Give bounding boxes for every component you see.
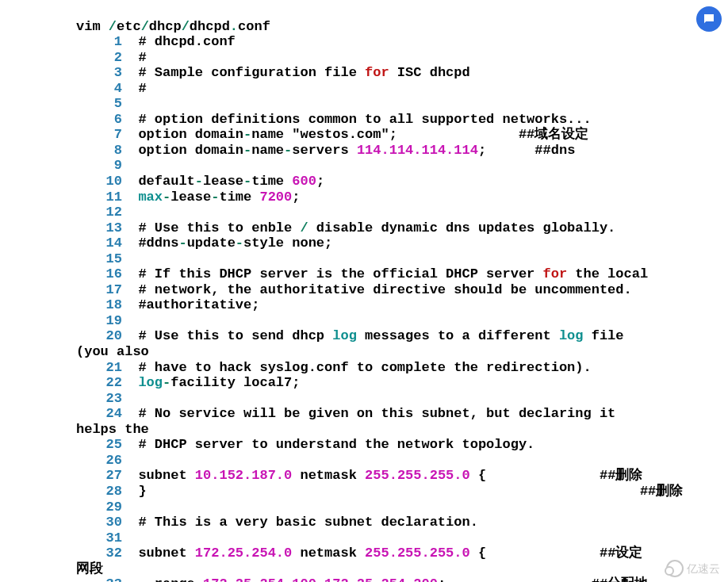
line-number: 6	[76, 112, 122, 128]
code-line: # Sample configuration file for ISC dhcp…	[138, 65, 469, 80]
code-line: # This is a very basic subnet declaratio…	[138, 515, 477, 530]
line-number: 5	[76, 96, 122, 112]
line-number: 19	[76, 313, 122, 329]
line-number: 29	[76, 500, 122, 515]
code-line: log-facility local7;	[138, 375, 300, 390]
line-number: 24	[76, 406, 122, 422]
line-number: 4	[76, 81, 122, 97]
line-number: 28	[76, 484, 122, 500]
code-line: # Use this to enble / disable dynamic dn…	[138, 220, 615, 235]
line-number: 16	[76, 266, 122, 282]
code-line: max-lease-time 7200;	[138, 190, 300, 205]
code-line: # network, the authoritative directive s…	[138, 282, 631, 297]
watermark-text: 亿速云	[687, 562, 720, 575]
code-line: # Use this to send dhcp log messages to …	[138, 328, 623, 343]
code-line: subnet 10.152.187.0 netmask 255.255.255.…	[138, 468, 642, 483]
code-line: #authoritative;	[138, 297, 259, 312]
code-line: #	[138, 81, 146, 96]
line-number: 11	[76, 190, 122, 205]
line-number: 33	[76, 576, 122, 582]
line-number: 14	[76, 235, 122, 251]
code-line: default-lease-time 600;	[138, 174, 324, 189]
line-number: 12	[76, 205, 122, 220]
code-line: option domain-name "westos.com"; ##域名设定	[138, 127, 588, 142]
line-number: 7	[76, 127, 122, 143]
line-number: 27	[76, 468, 122, 484]
code-line: # If this DHCP server is the official DH…	[138, 266, 648, 281]
code-block: vim /etc/dhcp/dhcpd.conf 1 # dhcpd.conf …	[0, 0, 728, 582]
code-line: # DHCP server to understand the network …	[138, 437, 535, 452]
line-number: 21	[76, 360, 122, 376]
code-line: subnet 172.25.254.0 netmask 255.255.255.…	[138, 546, 642, 561]
code-wrap: (you also	[76, 344, 149, 359]
code-wrap: 网段	[76, 561, 103, 576]
code-line: #ddns-update-style none;	[138, 235, 332, 251]
cloud-icon	[666, 560, 684, 577]
line-number: 8	[76, 143, 122, 159]
code-line: } ##删除	[138, 484, 683, 499]
code-line: option domain-name-servers 114.114.114.1…	[138, 143, 575, 158]
chat-icon[interactable]	[696, 6, 722, 32]
line-number: 22	[76, 375, 122, 391]
code-line: range 172.25.254.100 172.25.254.200; ##分…	[138, 576, 648, 582]
code-wrap: helps the	[76, 422, 149, 437]
line-number: 3	[76, 65, 122, 81]
line-number: 30	[76, 515, 122, 530]
command-line: vim /etc/dhcp/dhcpd.conf	[76, 19, 270, 34]
line-number: 18	[76, 297, 122, 313]
watermark: 亿速云	[666, 560, 720, 577]
line-number: 9	[76, 158, 122, 174]
line-number: 23	[76, 391, 122, 407]
code-line: #	[138, 50, 146, 65]
code-line: # have to hack syslog.conf to complete t…	[138, 360, 591, 375]
line-number: 2	[76, 50, 122, 66]
line-number: 20	[76, 328, 122, 344]
code-line: # dhcpd.conf	[138, 34, 235, 49]
line-number: 32	[76, 546, 122, 561]
code-line: # No service will be given on this subne…	[138, 406, 615, 421]
line-number: 1	[76, 34, 122, 50]
line-number: 31	[76, 530, 122, 546]
line-number: 15	[76, 251, 122, 267]
code-line: # option definitions common to all suppo…	[138, 112, 591, 127]
line-number: 26	[76, 453, 122, 469]
line-number: 25	[76, 437, 122, 453]
line-number: 13	[76, 220, 122, 236]
line-number: 17	[76, 282, 122, 298]
line-number: 10	[76, 174, 122, 190]
